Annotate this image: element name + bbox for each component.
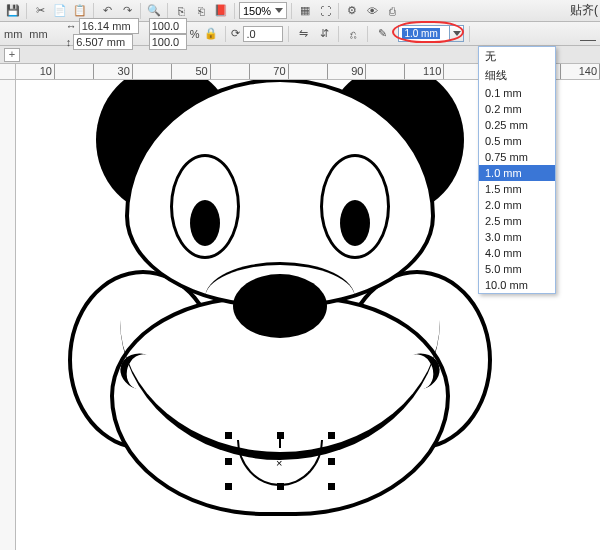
line-style-sample[interactable] xyxy=(580,40,596,41)
outline-width-value: 1.0 mm xyxy=(402,28,439,39)
dd-item[interactable]: 0.75 mm xyxy=(479,149,555,165)
scale-x: 100.0 xyxy=(152,20,180,32)
separator xyxy=(93,3,94,19)
separator xyxy=(469,26,470,42)
mirror-v-icon[interactable]: ⇵ xyxy=(315,25,333,43)
separator xyxy=(234,3,235,19)
outline-pen-icon[interactable]: ✎ xyxy=(373,25,391,43)
chevron-down-icon xyxy=(275,8,283,13)
plus-icon: + xyxy=(9,49,15,60)
separator xyxy=(225,26,226,42)
pdf-icon[interactable]: 📕 xyxy=(212,2,230,20)
dd-item[interactable]: 0.1 mm xyxy=(479,85,555,101)
height-input[interactable]: 6.507 mm xyxy=(73,34,133,50)
unit-label: mm xyxy=(29,28,47,40)
selection-center[interactable]: × xyxy=(276,457,282,469)
scale-y: 100.0 xyxy=(152,36,180,48)
unit-label: mm xyxy=(4,28,22,40)
separator xyxy=(288,26,289,42)
rotation-value: .0 xyxy=(246,28,255,40)
dd-item-selected[interactable]: 1.0 mm xyxy=(479,165,555,181)
separator xyxy=(338,3,339,19)
rotation-input[interactable]: .0 xyxy=(243,26,283,42)
handle-tr[interactable] xyxy=(328,432,335,439)
outline-width-control: 1.0 mm xyxy=(398,25,464,42)
view-icon[interactable]: 👁 xyxy=(363,2,381,20)
dd-item[interactable]: 0.25 mm xyxy=(479,117,555,133)
separator xyxy=(140,3,141,19)
options-icon[interactable]: ⚙ xyxy=(343,2,361,20)
save-icon[interactable]: 💾 xyxy=(4,2,22,20)
width-input[interactable]: 16.14 mm xyxy=(79,18,139,34)
percent-label: % xyxy=(190,28,200,40)
width-icon: ↔ xyxy=(66,20,77,32)
rotate-icon: ⟳ xyxy=(231,27,240,40)
handle-ml[interactable] xyxy=(225,458,232,465)
dd-item[interactable]: 2.0 mm xyxy=(479,197,555,213)
outline-width-dropdown[interactable]: 无 细线 0.1 mm 0.2 mm 0.25 mm 0.5 mm 0.75 m… xyxy=(478,46,556,294)
menu-snap[interactable]: 贴齐( xyxy=(570,2,598,19)
ruler-cell: 10 xyxy=(16,64,55,79)
outline-width-dropdown-button[interactable] xyxy=(450,25,464,42)
dd-item[interactable]: 3.0 mm xyxy=(479,229,555,245)
dd-item[interactable]: 10.0 mm xyxy=(479,277,555,293)
new-tab-button[interactable]: + xyxy=(4,48,20,62)
ruler-vertical[interactable] xyxy=(0,80,16,550)
zoom-combo[interactable]: 150% xyxy=(239,2,287,19)
publish-icon[interactable]: ⎙ xyxy=(383,2,401,20)
width-value: 16.14 mm xyxy=(82,20,131,32)
export-icon[interactable]: ⎗ xyxy=(192,2,210,20)
dd-item-none[interactable]: 无 xyxy=(479,47,555,66)
outline-width-input[interactable]: 1.0 mm xyxy=(398,25,450,42)
handle-bm[interactable] xyxy=(277,483,284,490)
dd-item[interactable]: 5.0 mm xyxy=(479,261,555,277)
dd-item[interactable]: 2.5 mm xyxy=(479,213,555,229)
dd-item[interactable]: 1.5 mm xyxy=(479,181,555,197)
snap-icon[interactable]: ▦ xyxy=(296,2,314,20)
separator xyxy=(338,26,339,42)
cut-icon[interactable]: ✂ xyxy=(31,2,49,20)
handle-bl[interactable] xyxy=(225,483,232,490)
dd-item[interactable]: 0.2 mm xyxy=(479,101,555,117)
separator xyxy=(167,3,168,19)
handle-tm[interactable] xyxy=(277,432,284,439)
wrap-icon[interactable]: ⎌ xyxy=(344,25,362,43)
separator xyxy=(291,3,292,19)
mickey-drawing: × xyxy=(40,90,520,550)
lock-ratio-icon[interactable]: 🔒 xyxy=(202,25,220,43)
scale-x-input[interactable]: 100.0 xyxy=(149,18,187,34)
property-bar: mm mm ↔ 16.14 mm ↕ 6.507 mm 100.0 100.0 … xyxy=(0,22,600,46)
dd-item[interactable]: 0.5 mm xyxy=(479,133,555,149)
zoom-value: 150% xyxy=(243,5,271,17)
handle-mr[interactable] xyxy=(328,458,335,465)
height-icon: ↕ xyxy=(66,36,72,48)
separator xyxy=(26,3,27,19)
fullscreen-icon[interactable]: ⛶ xyxy=(316,2,334,20)
dd-item[interactable]: 4.0 mm xyxy=(479,245,555,261)
dd-item-hairline[interactable]: 细线 xyxy=(479,66,555,85)
height-value: 6.507 mm xyxy=(76,36,125,48)
scale-y-input[interactable]: 100.0 xyxy=(149,34,187,50)
handle-tl[interactable] xyxy=(225,432,232,439)
mirror-h-icon[interactable]: ⇋ xyxy=(294,25,312,43)
chevron-down-icon xyxy=(453,31,461,36)
handle-br[interactable] xyxy=(328,483,335,490)
separator xyxy=(367,26,368,42)
selection-handles[interactable]: × xyxy=(225,432,335,490)
